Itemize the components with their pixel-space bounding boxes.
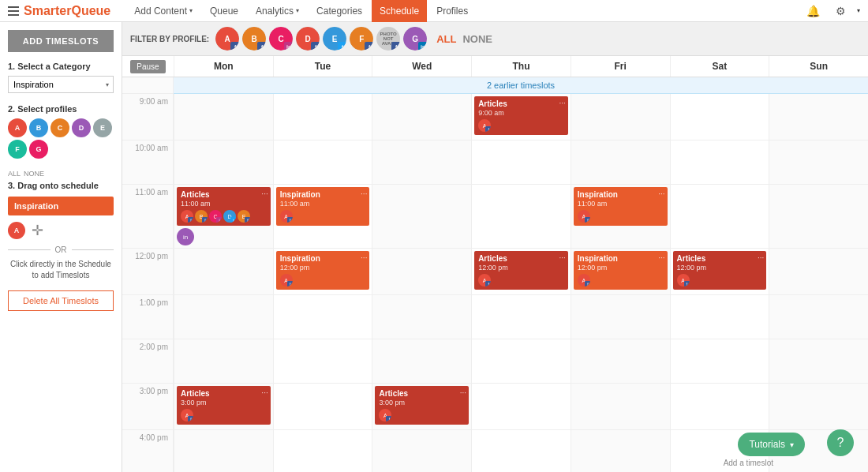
cell-sun-2pm[interactable] (769, 339, 868, 383)
tutorials-button[interactable]: Tutorials ▾ (738, 433, 805, 456)
cell-wed-2pm[interactable] (372, 339, 471, 383)
category-select[interactable]: Inspiration Articles (8, 76, 114, 93)
filter-avatar-4[interactable]: D f (296, 27, 320, 51)
filter-all-button[interactable]: ALL (436, 33, 456, 45)
filter-avatar-6[interactable]: F f (350, 27, 373, 51)
cell-wed-10am[interactable] (372, 140, 471, 184)
cell-sat-3pm[interactable] (670, 384, 769, 429)
cell-sat-12pm[interactable]: ··· Articles 12:00 pm Af (670, 249, 769, 294)
select-no-profiles[interactable]: NONE (24, 170, 44, 178)
gear-icon[interactable]: ⚙ (831, 2, 851, 21)
timeslot-menu-icon[interactable]: ··· (361, 253, 367, 262)
filter-avatar-5[interactable]: E t (323, 27, 346, 51)
cell-thu-12pm[interactable]: ··· Articles 12:00 pm Af (471, 249, 571, 294)
cell-fri-3pm[interactable] (571, 384, 670, 429)
timeslot-menu-icon[interactable]: ··· (559, 253, 566, 262)
timeslot-menu-icon[interactable]: ··· (758, 253, 764, 262)
nav-queue[interactable]: Queue (202, 0, 246, 22)
earlier-timeslots-banner[interactable]: 2 earlier timeslots (174, 77, 868, 94)
cell-wed-1pm[interactable] (372, 295, 471, 339)
cell-tue-3pm[interactable] (273, 384, 372, 429)
cell-sun-3pm[interactable] (769, 384, 868, 429)
cell-fri-12pm[interactable]: ··· Inspiration 12:00 pm Af (571, 249, 670, 294)
nav-add-content[interactable]: Add Content ▾ (126, 0, 200, 22)
nav-categories[interactable]: Categories (309, 0, 370, 22)
cell-fri-10am[interactable] (571, 140, 670, 184)
cell-thu-11am[interactable] (471, 185, 571, 248)
timeslot-menu-icon[interactable]: ··· (658, 253, 664, 262)
cell-thu-10am[interactable] (471, 140, 571, 184)
cell-thu-2pm[interactable] (471, 339, 571, 383)
add-timeslots-button[interactable]: ADD TIMESLOTS (8, 30, 114, 52)
cell-thu-4pm[interactable] (471, 430, 571, 472)
drag-card[interactable]: Inspiration (8, 197, 114, 215)
cell-sat-2pm[interactable] (670, 339, 769, 383)
cell-mon-2pm[interactable] (174, 339, 273, 383)
sidebar-profile-6[interactable]: F (8, 140, 27, 159)
cell-sun-11am[interactable] (769, 185, 868, 248)
cell-mon-9am[interactable] (174, 94, 273, 140)
timeslot-menu-icon[interactable]: ··· (361, 189, 367, 198)
sidebar-profile-2[interactable]: B (29, 118, 48, 137)
cell-tue-10am[interactable] (273, 140, 372, 184)
cell-sun-9am[interactable] (769, 94, 868, 140)
timeslot-menu-icon[interactable]: ··· (261, 189, 268, 198)
drag-handle-icon[interactable]: ✛ (32, 222, 43, 239)
pause-button[interactable]: Pause (130, 60, 165, 73)
cell-thu-3pm[interactable] (471, 384, 571, 429)
sidebar-profile-4[interactable]: D (72, 118, 91, 137)
cell-wed-12pm[interactable] (372, 249, 471, 294)
cell-sat-11am[interactable] (670, 185, 769, 248)
filter-avatar-3[interactable]: C ig (269, 27, 293, 51)
sidebar-profile-7[interactable]: G (29, 140, 48, 159)
cell-wed-3pm[interactable]: ··· Articles 3:00 pm Af (372, 384, 471, 429)
cell-mon-10am[interactable] (174, 140, 273, 184)
timeslot-articles-sat-12pm[interactable]: ··· Articles 12:00 pm Af (673, 251, 767, 290)
select-all-profiles[interactable]: ALL (8, 170, 21, 178)
timeslot-inspiration-tue-12pm[interactable]: ··· Inspiration 12:00 pm Af (276, 251, 370, 290)
cell-sun-12pm[interactable] (769, 249, 868, 294)
cell-tue-2pm[interactable] (273, 339, 372, 383)
cell-tue-1pm[interactable] (273, 295, 372, 339)
cell-tue-11am[interactable]: ··· Inspiration 11:00 am Af (273, 185, 372, 248)
timeslot-menu-icon[interactable]: ··· (261, 388, 268, 397)
filter-none-button[interactable]: NONE (462, 33, 492, 45)
timeslot-articles-thu-12pm[interactable]: ··· Articles 12:00 pm Af (474, 251, 568, 290)
cell-mon-4pm[interactable] (174, 430, 273, 472)
cell-thu-9am[interactable]: ··· Articles 9:00 am A f (471, 94, 571, 140)
cell-sun-10am[interactable] (769, 140, 868, 184)
cell-mon-12pm[interactable] (174, 249, 273, 294)
nav-profiles[interactable]: Profiles (428, 0, 476, 22)
delete-all-button[interactable]: Delete All Timeslots (8, 290, 114, 311)
help-button[interactable]: ? (827, 429, 854, 456)
cell-fri-4pm[interactable] (571, 430, 670, 472)
timeslot-articles-mon-11am[interactable]: ··· Articles 11:00 am Af Bf Ci Dt Ef (177, 187, 271, 226)
cell-wed-9am[interactable] (372, 94, 471, 140)
sidebar-profile-3[interactable]: C (51, 118, 69, 137)
cell-fri-1pm[interactable] (571, 295, 670, 339)
cell-wed-11am[interactable] (372, 185, 471, 248)
cell-wed-4pm[interactable] (372, 430, 471, 472)
filter-avatar-8[interactable]: G in (403, 27, 427, 51)
timeslot-inspiration-fri-12pm[interactable]: ··· Inspiration 12:00 pm Af (574, 251, 668, 290)
cell-tue-4pm[interactable] (273, 430, 372, 472)
cell-tue-12pm[interactable]: ··· Inspiration 12:00 pm Af (273, 249, 372, 294)
timeslot-menu-icon[interactable]: ··· (559, 99, 566, 107)
filter-avatar-2[interactable]: B f (242, 27, 266, 51)
nav-analytics[interactable]: Analytics ▾ (248, 0, 307, 22)
cell-mon-3pm[interactable]: ··· Articles 3:00 pm Af (174, 384, 273, 429)
cell-sun-1pm[interactable] (769, 295, 868, 339)
filter-avatar-7[interactable]: PHOTONOTAVAIL f (376, 27, 400, 51)
timeslot-inspiration-fri-11am[interactable]: ··· Inspiration 11:00 am Af (574, 187, 668, 226)
timeslot-inspiration-tue-11am[interactable]: ··· Inspiration 11:00 am Af (276, 187, 370, 226)
timeslot-articles-mon-3pm[interactable]: ··· Articles 3:00 pm Af (177, 386, 271, 425)
cell-thu-1pm[interactable] (471, 295, 571, 339)
cell-fri-9am[interactable] (571, 94, 670, 140)
cell-sat-9am[interactable] (670, 94, 769, 140)
timeslot-articles-wed-3pm[interactable]: ··· Articles 3:00 pm Af (375, 386, 469, 425)
cell-fri-2pm[interactable] (571, 339, 670, 383)
sidebar-profile-1[interactable]: A (8, 118, 27, 137)
cell-sat-10am[interactable] (670, 140, 769, 184)
cell-tue-9am[interactable] (273, 94, 372, 140)
timeslot-articles-thu-9am[interactable]: ··· Articles 9:00 am A f (474, 96, 568, 135)
